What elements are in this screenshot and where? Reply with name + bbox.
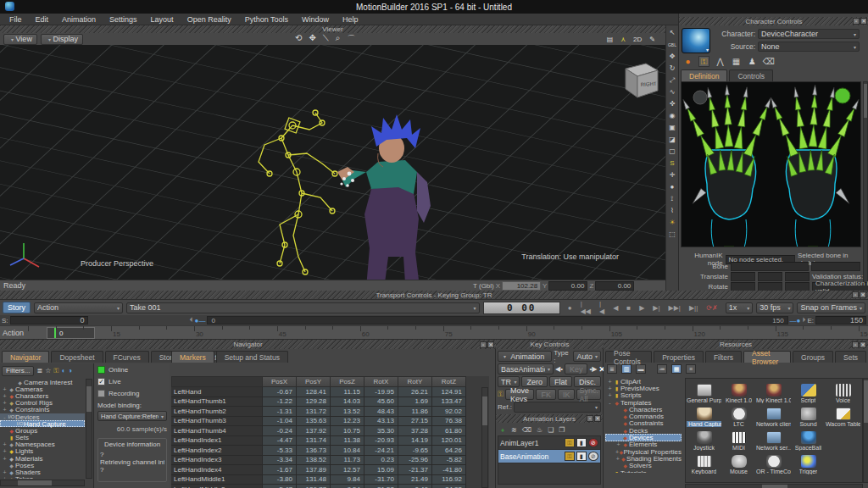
next-frame-icon[interactable]: ▶| [648, 304, 664, 312]
expand-icon[interactable]: + [2, 476, 8, 479]
rotate-icon[interactable]: ↻ [667, 63, 678, 74]
tab-properties[interactable]: Properties [654, 351, 704, 363]
range-handle-end-icon[interactable]: —● [790, 317, 801, 324]
marker-name[interactable]: LeftHandIndex4 [171, 465, 263, 475]
tree-item-hand-capture[interactable]: I/OHand Capture [0, 420, 85, 427]
tab-sets[interactable]: Sets [835, 351, 866, 363]
range-handle-icon[interactable]: ●— [195, 317, 206, 324]
add-layer-icon[interactable]: ＋ [499, 425, 506, 435]
marker-name[interactable]: LeftHandThumb3 [171, 417, 263, 427]
marker-name[interactable]: LeftHand [171, 387, 263, 397]
expand-icon[interactable]: + [607, 385, 613, 391]
tab-pose-controls[interactable]: Pose Controls [605, 351, 652, 363]
expand-icon[interactable]: + [607, 379, 613, 385]
expand-icon[interactable]: + [2, 456, 8, 462]
translate-z-field[interactable]: 0.00 [595, 281, 634, 291]
lock-icon[interactable]: ⚿ [698, 56, 709, 67]
translate-x[interactable] [731, 272, 755, 281]
null-icon[interactable]: ✛ [667, 169, 678, 180]
move-keys-button[interactable]: Move Keys [505, 389, 534, 400]
column-posy[interactable]: PosY [297, 376, 331, 387]
menu-window[interactable]: Window [296, 14, 335, 25]
tab-dopesheet[interactable]: Dopesheet [51, 351, 103, 363]
lock-icon[interactable]: ⚿ [53, 367, 58, 375]
key-type-select[interactable]: Auto▾ [573, 351, 601, 362]
timeline-ruler[interactable]: Action 0 153045607590105120135150 [0, 325, 868, 340]
display-button[interactable]: ▾ Display [41, 34, 83, 45]
delete-layer-icon[interactable]: ⌫ [522, 426, 531, 434]
fk-button[interactable]: FK [536, 389, 556, 400]
action-select[interactable]: Action▾ [34, 302, 123, 313]
expand-icon[interactable]: + [2, 386, 8, 392]
close-icon[interactable]: ✕ [860, 18, 867, 25]
column-rotx[interactable]: RotX [364, 376, 398, 387]
prev-view-icon[interactable]: ◐ [61, 367, 65, 374]
menu-layout[interactable]: Layout [145, 14, 180, 25]
story-button[interactable]: Story [3, 302, 31, 313]
marker-name[interactable]: LeftHandThumb2 [171, 407, 263, 417]
viewport-3d[interactable]: RIGHT Producer Perspective Translation: … [0, 45, 665, 280]
gbl-mode-icon[interactable]: GBL [667, 39, 678, 50]
expand-icon[interactable]: + [607, 392, 613, 398]
marker-name[interactable]: LeftHandIndex3 [171, 456, 263, 466]
live-checkbox[interactable]: ✓ [97, 378, 105, 385]
asset-grid-vscrollbar[interactable] [863, 378, 868, 483]
ik-button[interactable]: IK [558, 389, 576, 400]
translate-y-field[interactable]: 0.00 [548, 281, 587, 291]
key-group-select[interactable]: ▾Animation [498, 351, 552, 362]
source-select[interactable]: None▾ [758, 42, 860, 52]
tree-item-groups[interactable]: ◆Groups [0, 427, 85, 434]
asset-voice[interactable]: Voice [826, 380, 860, 403]
ruler-icon[interactable]: ▤ [607, 36, 614, 43]
layer-solo-icon[interactable]: ▮ [576, 438, 587, 447]
load-icon[interactable]: ▦ [731, 56, 742, 67]
tree-item-shaders[interactable]: +◆Shaders [0, 469, 85, 475]
grid-view-icon[interactable]: ▦ [671, 364, 682, 374]
sphere-icon[interactable]: ● [667, 181, 678, 192]
flat-view-icon[interactable]: ▬ [636, 364, 646, 374]
marker-name[interactable]: LeftHandThumb1 [171, 397, 263, 408]
scale-line-icon[interactable]: ⟍ [323, 33, 329, 45]
fps-select[interactable]: 30 fps▾ [756, 302, 793, 313]
tree-item-materials[interactable]: +◆Materials [0, 455, 85, 462]
column-roty[interactable]: RotY [398, 376, 432, 387]
menu-python-tools[interactable]: Python Tools [239, 14, 294, 25]
layer-mute-icon[interactable]: ⊘ [588, 452, 598, 461]
asset-grid-hscrollbar[interactable] [685, 484, 863, 488]
tree-hscrollbar[interactable] [0, 480, 85, 486]
list-view-icon[interactable]: ≔ [657, 364, 667, 374]
timeline-range-bar[interactable]: 0 150 [207, 316, 787, 324]
tree-item-namespaces[interactable]: +◆Namespaces [0, 441, 85, 448]
layer-lock-icon[interactable]: ⚿ [565, 438, 575, 447]
asset-sound[interactable]: Sound [791, 403, 826, 427]
playhead-indicator[interactable]: 0 [47, 327, 95, 339]
lamp-icon[interactable]: ♨ [537, 426, 542, 434]
go-to-end-icon[interactable]: ▶|| [685, 304, 702, 312]
translate-icon[interactable]: ✥ [667, 51, 678, 62]
characterization-hands-view[interactable] [681, 81, 861, 247]
asset-network-ser-[interactable]: Network ser... [756, 427, 791, 451]
zoom-start-icon[interactable]: ⏴ [190, 316, 193, 324]
merge-layer-icon[interactable]: ≋ [511, 426, 517, 434]
snap-select[interactable]: Snap on Frames▾ [797, 302, 865, 313]
list-icon[interactable]: ≣ [36, 367, 42, 374]
close-icon[interactable]: ✕ [594, 415, 601, 422]
marker-name[interactable]: LeftHandIndex1 [171, 436, 263, 446]
view-cube[interactable]: RIGHT [626, 64, 658, 97]
asset-midi[interactable]: MIDI [721, 427, 756, 451]
asset-my-kinect-1-0[interactable]: My Kinect 1.0 [756, 380, 791, 403]
split-view-icon[interactable]: ▥ [621, 364, 632, 374]
asset-mouse[interactable]: Mouse [721, 451, 756, 474]
dock-icon[interactable]: ▫ [480, 341, 487, 348]
tab-controls[interactable]: Controls [729, 69, 773, 81]
dock-icon[interactable]: ▫ [853, 18, 860, 25]
playback-speed-select[interactable]: 1x▾ [726, 302, 754, 313]
tab-asset-browser[interactable]: Asset Browser [743, 351, 791, 363]
translate-z[interactable] [785, 272, 810, 281]
tree-item-poses[interactable]: ◆Poses [0, 462, 85, 469]
prev-key-icon[interactable]: |◀ [595, 300, 609, 315]
select-icon[interactable]: ↖ [667, 27, 678, 38]
go-to-start-icon[interactable]: |◀◀ [576, 300, 595, 315]
end-frame-field[interactable]: 150 [815, 316, 866, 324]
layer-row-animlayer1[interactable]: AnimLayer1⚿▮⊘ [498, 436, 600, 450]
